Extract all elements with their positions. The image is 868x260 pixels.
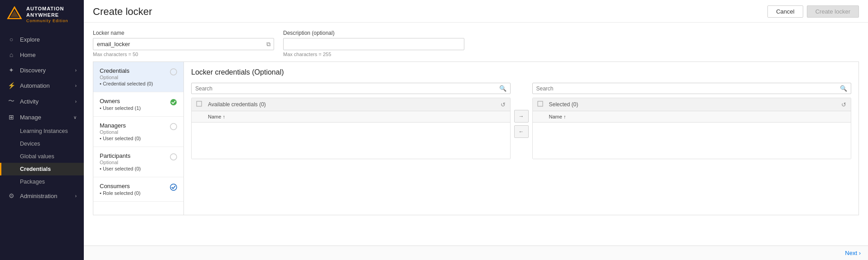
svg-point-5 xyxy=(170,154,177,160)
check-circle-icon xyxy=(170,184,177,192)
cred-nav-credentials[interactable]: Credentials Optional • Credential select… xyxy=(93,62,183,92)
form-row: Locker name ⧉ Max characters = 50 Descri… xyxy=(93,30,859,57)
radio-icon xyxy=(170,68,177,77)
selected-cred-table: Selected (0) ↺ Name ↑ xyxy=(532,98,852,159)
manage-icon: ⊞ xyxy=(7,113,15,121)
copy-icon: ⧉ xyxy=(266,41,270,48)
create-locker-button[interactable]: Create locker xyxy=(807,5,859,18)
cred-panels: 🔍 Available credentials (0) ↺ xyxy=(191,83,851,208)
sidebar-item-packages[interactable]: Packages xyxy=(0,175,84,188)
logo: AUTOMATION ANYWHERE Community Edition xyxy=(0,0,84,29)
brand-name2: ANYWHERE xyxy=(26,12,68,18)
cred-nav-sub: • Role selected (0) xyxy=(100,190,140,196)
desc-hint: Max characters = 255 xyxy=(283,52,464,57)
sidebar: AUTOMATION ANYWHERE Community Edition ○ … xyxy=(0,0,84,260)
top-actions: Cancel Create locker xyxy=(767,5,859,18)
logo-icon xyxy=(6,6,23,23)
activity-icon: 〜 xyxy=(7,97,15,105)
main-content: Create locker Cancel Create locker Locke… xyxy=(84,0,868,260)
page-title: Create locker xyxy=(93,6,152,18)
cred-nav-optional: Optional xyxy=(100,75,153,80)
search-icon: 🔍 xyxy=(499,85,506,92)
svg-point-4 xyxy=(170,123,177,130)
automation-icon: ⚡ xyxy=(7,82,15,89)
svg-rect-7 xyxy=(197,101,202,106)
sidebar-item-learning-instances[interactable]: Learning Instances xyxy=(0,125,84,137)
description-input[interactable] xyxy=(283,38,464,50)
locker-name-hint: Max characters = 50 xyxy=(93,52,274,57)
cred-nav-sub: • User selected (1) xyxy=(100,105,141,111)
desc-input-wrapper xyxy=(283,38,464,50)
sidebar-item-administration[interactable]: ⚙ Administration › xyxy=(0,188,84,203)
logo-text: AUTOMATION ANYWHERE Community Edition xyxy=(26,5,68,24)
selected-col-name: Name ↑ xyxy=(549,114,566,119)
available-col-header: Name ↑ xyxy=(192,111,510,123)
sidebar-item-activity[interactable]: 〜 Activity › xyxy=(0,93,84,109)
chevron-right-icon: › xyxy=(75,83,77,88)
transfer-left-button[interactable]: ← xyxy=(514,125,529,138)
cred-nav-consumers[interactable]: Consumers • Role selected (0) xyxy=(93,177,183,202)
description-group: Description (optional) Max characters = … xyxy=(283,30,464,57)
locker-name-input[interactable] xyxy=(93,38,274,50)
chevron-right-icon: › xyxy=(75,99,77,104)
sidebar-item-automation[interactable]: ⚡ Automation › xyxy=(0,78,84,93)
sidebar-item-home[interactable]: ⌂ Home xyxy=(0,47,84,62)
cred-nav-title: Managers xyxy=(100,122,141,129)
cred-nav-sub: • User selected (0) xyxy=(100,166,141,171)
cancel-button[interactable]: Cancel xyxy=(767,5,803,18)
edition-label: Community Edition xyxy=(26,19,68,24)
locker-name-group: Locker name ⧉ Max characters = 50 xyxy=(93,30,274,57)
selected-header-label: Selected (0) xyxy=(549,101,579,108)
available-search-input[interactable] xyxy=(195,85,499,92)
select-all-checkbox[interactable] xyxy=(537,101,546,108)
transfer-buttons: → ← xyxy=(511,83,532,138)
home-icon: ⌂ xyxy=(7,51,15,58)
cred-main: Locker credentials (Optional) 🔍 xyxy=(184,62,858,215)
footer-bar: Next › xyxy=(84,246,868,260)
selected-table-header: Selected (0) ↺ xyxy=(533,98,851,111)
svg-point-2 xyxy=(170,69,177,75)
selected-table-body xyxy=(533,123,851,159)
brand-name: AUTOMATION xyxy=(26,5,68,12)
transfer-right-button[interactable]: → xyxy=(514,110,529,123)
discovery-icon: ✦ xyxy=(7,66,15,74)
sidebar-sub-label: Global values xyxy=(20,153,54,160)
sidebar-item-credentials[interactable]: Credentials xyxy=(0,163,84,175)
refresh-icon[interactable]: ↺ xyxy=(501,101,506,108)
cred-nav-owners[interactable]: Owners • User selected (1) xyxy=(93,92,183,117)
locker-name-input-wrapper: ⧉ xyxy=(93,38,274,50)
refresh-icon[interactable]: ↺ xyxy=(841,101,846,108)
explore-icon: ○ xyxy=(7,36,15,43)
sidebar-item-label: Manage xyxy=(20,114,41,121)
chevron-down-icon: ∨ xyxy=(73,115,77,120)
sidebar-item-label: Automation xyxy=(20,82,50,89)
svg-rect-8 xyxy=(538,101,543,106)
chevron-right-icon: › xyxy=(75,68,77,73)
sidebar-nav: ○ Explore ⌂ Home ✦ Discovery › ⚡ Automat… xyxy=(0,29,84,260)
content-area: Locker name ⧉ Max characters = 50 Descri… xyxy=(84,23,868,246)
sidebar-item-devices[interactable]: Devices xyxy=(0,137,84,150)
cred-nav-managers[interactable]: Managers Optional • User selected (0) xyxy=(93,117,183,147)
available-table-header: Available credentials (0) ↺ xyxy=(192,98,510,111)
sidebar-item-discovery[interactable]: ✦ Discovery › xyxy=(0,62,84,78)
sidebar-item-label: Explore xyxy=(20,36,40,43)
select-all-checkbox[interactable] xyxy=(196,101,205,108)
sidebar-item-explore[interactable]: ○ Explore xyxy=(0,32,84,47)
cred-nav-title: Owners xyxy=(100,98,141,104)
cred-nav-title: Consumers xyxy=(100,183,140,189)
selected-search-box[interactable]: 🔍 xyxy=(532,83,852,94)
sidebar-item-global-values[interactable]: Global values xyxy=(0,150,84,163)
chevron-right-icon: › xyxy=(75,194,77,199)
arrow-left-icon: ← xyxy=(519,128,524,135)
radio-icon xyxy=(170,153,177,162)
cred-nav-participants[interactable]: Participants Optional • User selected (0… xyxy=(93,147,183,177)
available-search-box[interactable]: 🔍 xyxy=(191,83,511,94)
next-button[interactable]: Next › xyxy=(845,250,861,256)
sidebar-sub-label: Devices xyxy=(20,141,40,147)
selected-search-input[interactable] xyxy=(536,85,840,92)
search-icon: 🔍 xyxy=(840,85,847,92)
sidebar-item-label: Administration xyxy=(20,193,57,199)
credentials-section: Credentials Optional • Credential select… xyxy=(93,61,859,215)
sidebar-item-manage[interactable]: ⊞ Manage ∨ xyxy=(0,109,84,125)
cred-nav: Credentials Optional • Credential select… xyxy=(93,62,184,215)
